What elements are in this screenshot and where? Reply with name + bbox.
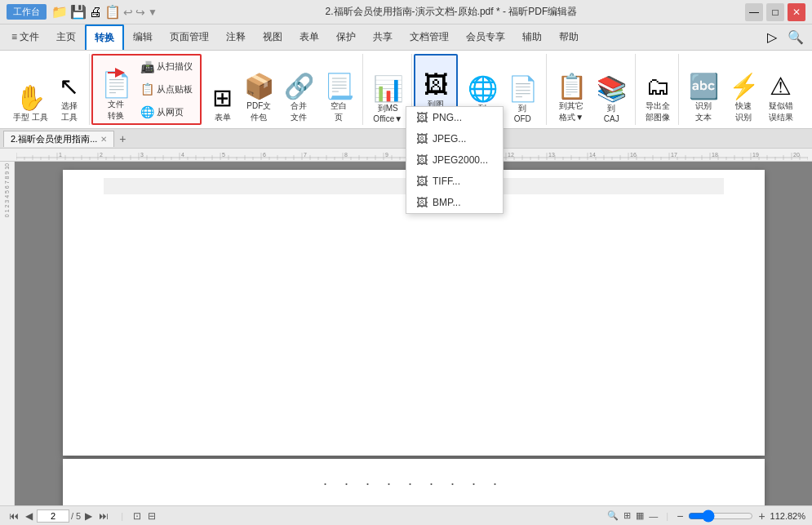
table-button[interactable]: ⊞ 表单 — [208, 84, 237, 125]
from-web-button[interactable]: 🌐 从网页 — [138, 105, 195, 119]
ribbon-group-items-ocr: 🔤 识别文本 ⚡ 快速识别 ⚠ 疑似错误结果 — [686, 54, 796, 125]
save-icon[interactable]: 💾 — [70, 4, 87, 20]
view-icon-3[interactable]: ▦ — [636, 510, 644, 521]
doc-tab-label: 2.福昕会员使用指南... — [11, 133, 97, 145]
ribbon-group-table: ⊞ 表单 📦 PDF文件包 🔗 合并文件 📃 空白页 — [203, 54, 363, 125]
tab-file[interactable]: ≡ 文件 — [3, 24, 47, 50]
tab-share[interactable]: 共享 — [365, 24, 401, 50]
tab-protect[interactable]: 保护 — [328, 24, 364, 50]
view-icon-4[interactable]: — — [649, 511, 658, 521]
view-icon-2[interactable]: ⊞ — [623, 510, 631, 521]
to-ms-office-button[interactable]: 📊 到MSOffice▼ — [370, 75, 406, 125]
png-icon: 🖼 — [416, 111, 428, 124]
minimize-button[interactable]: — — [745, 3, 763, 21]
tab-convert[interactable]: 转换 — [85, 24, 124, 50]
clipboard-icon: 📋 — [140, 82, 154, 96]
table-icon: ⊞ — [212, 86, 233, 110]
zoom-plus-button[interactable]: + — [758, 509, 765, 523]
scan-capture-button[interactable]: 📠 从扫描仪 — [138, 60, 195, 74]
ribbon-expand-icon[interactable]: ▷ — [762, 29, 782, 45]
format-bmp[interactable]: 🖼 BMP... — [406, 192, 503, 213]
suspected-errors-button[interactable]: ⚠ 疑似错误结果 — [765, 73, 796, 125]
page-nav: ⏮ ◀ / 5 ▶ ⏭ — [7, 509, 111, 523]
undo-icon[interactable]: ↩ — [123, 6, 133, 19]
view-icon-1[interactable]: 🔍 — [607, 510, 619, 521]
format-jpeg[interactable]: 🖼 JPEG... — [406, 128, 503, 149]
next-page-button[interactable]: ▶ — [82, 510, 95, 522]
fit-width-button[interactable]: ⊟ — [148, 510, 156, 522]
folder-icon[interactable]: 📁 — [51, 4, 68, 20]
format-bmp-label: BMP... — [433, 197, 460, 208]
to-caj-label: 到CAJ — [604, 103, 619, 123]
ribbon-group-ocr: 🔤 识别文本 ⚡ 快速识别 ⚠ 疑似错误结果 — [681, 54, 801, 125]
last-page-button[interactable]: ⏭ — [96, 510, 111, 522]
svg-text:17: 17 — [671, 152, 677, 158]
quick-recognize-button[interactable]: ⚡ 快速识别 — [725, 73, 762, 125]
tab-home[interactable]: 主页 — [48, 24, 84, 50]
svg-text:9: 9 — [385, 152, 388, 158]
svg-text:14: 14 — [589, 152, 596, 158]
tab-form[interactable]: 表单 — [291, 24, 327, 50]
tab-member[interactable]: 会员专享 — [458, 24, 513, 50]
file-convert-button[interactable]: 📄 文件转换 — [98, 71, 135, 123]
recognize-text-button[interactable]: 🔤 识别文本 — [686, 73, 722, 125]
caj-icon: 📚 — [597, 77, 627, 101]
image-format-dropdown: 🖼 PNG... 🖼 JPEG... 🖼 JPEG2000... 🖼 TIFF.… — [406, 106, 504, 214]
select-tool-button[interactable]: ↖ 选择工具 — [55, 73, 84, 125]
ofd-icon: 📄 — [508, 77, 538, 101]
doc-tab-add[interactable]: + — [114, 131, 131, 147]
first-page-button[interactable]: ⏮ — [7, 510, 21, 522]
pdf-package-button[interactable]: 📦 PDF文件包 — [241, 73, 277, 125]
jpeg-icon: 🖼 — [416, 132, 428, 145]
tab-page-manage[interactable]: 页面管理 — [162, 24, 217, 50]
hand-tool-button[interactable]: ✋ 手型 工具 — [10, 84, 51, 125]
svg-text:3: 3 — [140, 152, 144, 158]
tab-help[interactable]: 帮助 — [551, 24, 587, 50]
tiff-icon: 🖼 — [416, 175, 428, 188]
doc-tab-active[interactable]: 2.福昕会员使用指南... ✕ — [3, 131, 114, 147]
page-number-input[interactable] — [37, 509, 69, 523]
to-caj-button[interactable]: 📚 到CAJ — [593, 75, 630, 125]
maximize-button[interactable]: □ — [766, 3, 784, 21]
export-images-button[interactable]: 🗂 导出全部图像 — [642, 73, 673, 125]
zoom-minus-button[interactable]: − — [677, 509, 683, 523]
format-png[interactable]: 🖼 PNG... — [406, 107, 503, 128]
to-ofd-button[interactable]: 📄 到OFD — [504, 75, 541, 125]
blank-page-button[interactable]: 📃 空白页 — [321, 73, 357, 125]
tab-doc-manage[interactable]: 文档管理 — [402, 24, 457, 50]
vertical-ruler: 0 1 2 3 4 5 6 7 8 9 10 — [0, 162, 15, 505]
fit-page-button[interactable]: ⊡ — [133, 510, 141, 522]
format-tiff[interactable]: 🖼 TIFF... — [406, 171, 503, 192]
dropdown-arrow[interactable]: ▼ — [148, 7, 158, 18]
html-icon: 🌐 — [468, 77, 498, 101]
prev-page-button[interactable]: ◀ — [23, 510, 35, 522]
format-png-label: PNG... — [433, 112, 462, 123]
doc-tab-close[interactable]: ✕ — [100, 135, 107, 144]
tab-comment[interactable]: 注释 — [218, 24, 254, 50]
workbench-button[interactable]: 工作台 — [7, 4, 47, 20]
merge-button[interactable]: 🔗 合并文件 — [281, 73, 317, 125]
redo-icon[interactable]: ↪ — [135, 6, 145, 19]
svg-text:12: 12 — [508, 152, 514, 158]
from-clipboard-button[interactable]: 📋 从点贴板 — [138, 82, 195, 96]
to-ofd-label: 到OFD — [514, 103, 531, 123]
copy-icon[interactable]: 📋 — [104, 4, 121, 20]
zoom-slider[interactable] — [688, 509, 753, 523]
ribbon-group-hand: ✋ 手型 工具 ↖ 选择工具 — [5, 54, 90, 125]
tab-assist[interactable]: 辅助 — [514, 24, 550, 50]
format-jpeg2000[interactable]: 🖼 JPEG2000... — [406, 149, 503, 171]
blank-icon: 📃 — [324, 74, 354, 99]
tab-view[interactable]: 视图 — [255, 24, 291, 50]
close-button[interactable]: ✕ — [788, 3, 805, 21]
status-sep2: | — [666, 511, 668, 521]
web-icon: 🌐 — [140, 105, 154, 118]
pdf-package-label: PDF文件包 — [246, 100, 271, 123]
tab-edit[interactable]: 编辑 — [125, 24, 161, 50]
search-icon[interactable]: 🔍 — [783, 29, 809, 45]
print-icon[interactable]: 🖨 — [89, 5, 102, 20]
blank-label: 空白页 — [331, 100, 347, 123]
to-other-button[interactable]: 📋 到其它格式▼ — [553, 73, 590, 125]
svg-text:13: 13 — [548, 152, 555, 158]
v-ruler-text: 0 1 2 3 4 5 6 7 8 9 10 — [4, 163, 10, 220]
ribbon-group-export: 🗂 导出全部图像 — [637, 54, 679, 125]
